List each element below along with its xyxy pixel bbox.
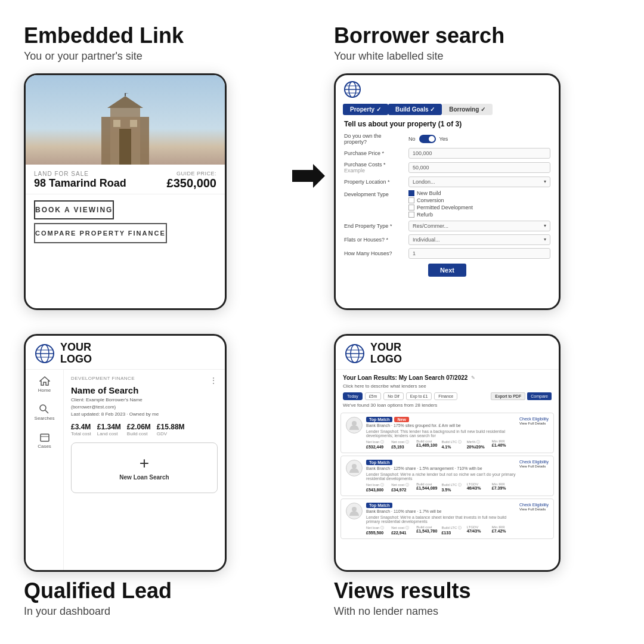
search-name: Name of Search [71,385,218,395]
cb-new-build[interactable]: New Build [408,190,473,196]
results-edit-icon[interactable]: ✎ [471,375,475,380]
purchase-price-input[interactable]: 100,000 [408,148,550,159]
stat-total-cost-value: £3.4M [71,423,91,431]
cases-icon [39,432,50,442]
export-pdf-btn[interactable]: Export to PDF [491,392,525,400]
check-eligibility-3[interactable]: Check EligibilityView Full Details [519,503,549,511]
your-logo-text-bl: YOURLOGO [60,342,92,366]
stat-land-cost-label: Land cost [97,431,121,436]
lender-avatar-icon-2 [348,462,360,474]
filter-nodif[interactable]: No Dif [383,392,403,400]
own-property-toggle[interactable]: No Yes [408,135,448,143]
top-right-subtitle: Your white labelled site [334,50,620,63]
svg-rect-6 [113,120,120,127]
cb-refurb-label: Refurb [417,212,433,218]
top-right-title: Borrower search [334,24,620,48]
arrow-svg [292,161,328,191]
cb-refurb[interactable]: Refurb [408,212,473,218]
nav-home[interactable]: Home [38,376,51,393]
flats-houses-select[interactable]: Individual... [408,234,550,245]
tr-header [336,75,559,104]
logo-area-br: YOURLOGO [336,336,559,370]
lender-avatar-icon-1 [348,419,360,431]
end-property-type-row: End Property Type * Res/Commer... [344,221,550,231]
own-property-row: Do you own the property? No Yes [344,133,550,145]
borrower-search-tablet: Property ✓ Build Goals ✓ Borrowing ✓ Tel… [334,73,561,310]
stat-build-cost-label: Build cost [127,431,151,436]
filter-exp[interactable]: Exp to £1 [406,392,432,400]
lender-card-1: Top Match New Bank Branch · 175% sites g… [340,413,554,453]
how-many-houses-input[interactable]: 1 [408,248,550,259]
lender-badges-2: Top Match [366,460,516,465]
purchase-costs-input[interactable]: 50,000 [408,162,550,173]
stat-gdv: £15.88M GDV [157,423,185,436]
svg-point-29 [352,464,357,469]
add-new-loan[interactable]: + New Loan Search [71,442,218,493]
cb-conversion[interactable]: Conversion [408,197,473,203]
property-location-label: Property Location * [344,179,404,185]
svg-marker-18 [40,377,49,385]
nav-home-label: Home [38,388,51,393]
form-tabs: Property ✓ Build Goals ✓ Borrowing ✓ [336,104,559,120]
svg-rect-21 [41,434,49,441]
dev-header-row: DEVELOPMENT FINANCE ⋮ [71,376,218,385]
bl-inner: Home Searches [26,370,225,572]
results-title: Your Loan Results: My Loan Search 07/202… [343,374,467,381]
property-location-row: Property Location * London... [344,177,550,187]
badge-new-1: New [394,417,408,422]
compare-finance-button[interactable]: COMPARE PROPERTY FINANCE [34,223,167,243]
property-location-select[interactable]: London... [408,177,550,187]
client-name: Client: Example Borrower's Name [71,397,143,402]
nav-searches[interactable]: Searches [35,404,55,421]
toggle-switch[interactable] [419,135,436,143]
property-address: 98 Tamarind Road [34,177,126,190]
lender-desc-sub-1: Lender Snapshot: This lender has a backg… [366,429,516,438]
how-many-houses-row: How Many Houses? 1 [344,248,550,259]
client-email: (borrower@test.com) [71,404,116,410]
tab-property[interactable]: Property ✓ [343,104,388,115]
bottom-right-subtitle: With no lender names [334,605,620,618]
flats-houses-row: Flats or Houses? * Individual... [344,234,550,245]
results-count: We've found 30 loan options from 28 lend… [343,402,552,408]
lender-desc-sub-2: Lender Snapshot: We're a niche lender bu… [366,472,516,481]
bottom-left-subtitle: In your dashboard [24,605,310,618]
compare-btn[interactable]: Compare [527,392,552,400]
bottom-right-labels: Views results With no lender names [334,572,620,626]
main-content-bl: DEVELOPMENT FINANCE ⋮ Name of Search Cli… [64,370,225,572]
lender-main-1: Top Match New Bank Branch · 175% sites g… [366,417,516,449]
filter-5m[interactable]: £5m [365,392,382,400]
tab-build-goals[interactable]: Build Goals ✓ [388,104,442,115]
stat-build-cost: £2.06M Build cost [127,423,151,436]
tab-borrowing[interactable]: Borrowing ✓ [442,104,493,115]
top-left-title: Embedded Link [24,24,310,48]
three-dots-menu[interactable]: ⋮ [209,376,218,385]
lender-stats-1: Net loan ⓘ£532,449 Net cost ⓘ£5,193 Buil… [366,439,516,449]
property-label: LAND FOR SALE [34,171,126,177]
cb-permitted-label: Permitted Development [417,205,473,210]
check-eligibility-1[interactable]: Check EligibilityView Full Details [519,417,549,425]
next-button[interactable]: Next [428,264,466,277]
lender-badges-3: Top Match [366,503,516,508]
toggle-yes: Yes [439,136,448,142]
svg-point-19 [40,405,46,411]
filter-finance[interactable]: Finance [434,392,457,400]
badge-top-match-3: Top Match [366,503,392,508]
svg-point-30 [352,507,357,512]
lender-stats-3: Net loan ⓘ£555,500 Net cost ⓘ£22,941 Bui… [366,525,516,535]
svg-rect-7 [130,120,137,127]
book-viewing-button[interactable]: BOOK A VIEWING [34,200,114,219]
own-property-label: Do you own the property? [344,133,404,145]
lender-desc-sub-3: Lender Snapshot: We're a balance sheet l… [366,515,516,524]
nav-cases[interactable]: Cases [38,432,51,449]
lender-main-2: Top Match Bank Branch · 125% share · 1.5… [366,460,516,492]
end-property-type-select[interactable]: Res/Commer... [408,221,550,231]
cb-refurb-box [408,212,414,218]
development-type-checkboxes: New Build Conversion Permitted Developme… [408,190,473,218]
cb-permitted[interactable]: Permitted Development [408,205,473,210]
check-eligibility-2[interactable]: Check EligibilityView Full Details [519,460,549,468]
lender-badges-1: Top Match New [366,417,516,422]
filter-today[interactable]: Today [343,392,363,400]
stat-gdv-label: GDV [157,431,185,436]
globe-icon [343,80,362,99]
purchase-costs-label: Purchase Costs * Example [344,162,404,174]
